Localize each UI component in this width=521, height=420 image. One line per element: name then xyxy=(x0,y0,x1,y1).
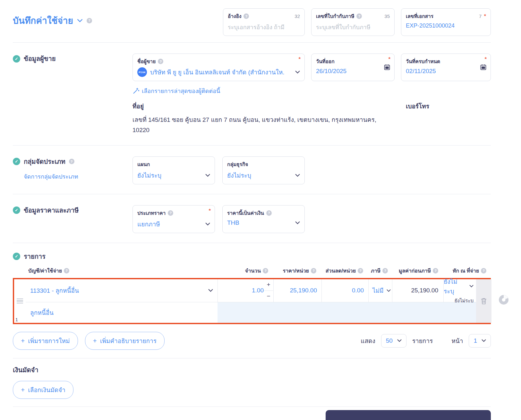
tax-chevron-down-icon[interactable] xyxy=(387,289,391,292)
manage-classification-link[interactable]: จัดการกลุ่มจัดประเภท xyxy=(24,172,132,181)
required-asterisk: * xyxy=(298,56,301,62)
tax-select[interactable]: ไม่มี xyxy=(368,279,392,302)
department-label: แผนก xyxy=(137,160,150,168)
discount-help-icon[interactable]: ? xyxy=(358,268,363,273)
item-row-highlighted: 1 113301 - ลูกหนี้อื่น 1.00 + − xyxy=(13,278,491,324)
business-group-label: กลุ่มธุรกิจ xyxy=(227,160,248,168)
items-actions: + เพิ่มรายการใหม่ + เพิ่มคำอธิบายรายการ … xyxy=(13,332,491,350)
account-chevron-down-icon[interactable] xyxy=(208,289,213,292)
unit-price-input[interactable]: 25,190.00 xyxy=(273,279,321,302)
withholding-select[interactable]: ยังไม่ระบุ ยังไม่ระบุ xyxy=(443,279,476,302)
quantity-help-icon[interactable]: ? xyxy=(263,268,268,273)
description-row-fill xyxy=(218,302,476,323)
price-type-select[interactable]: * ประเภทราคา ? แยกภาษี xyxy=(132,205,215,233)
price-type-help-icon[interactable]: ? xyxy=(168,210,173,216)
grand-total-box: จำนวนเงินทั้งสิ้น 25,190.00 บาท xyxy=(326,410,491,420)
seller-name-value[interactable]: บริษัท พี ยู ยู เอ็น อินเทลลิเจนท์ จำกัด… xyxy=(150,67,285,77)
pricing-check-icon: ✓ xyxy=(13,206,20,214)
document-no-label: เลขที่เอกสาร xyxy=(406,12,433,20)
address-value: เลขที่ 145/161 ซอย คู้บอน 27 แยก 7 ถนน ค… xyxy=(132,115,383,136)
page-select[interactable]: 1 xyxy=(469,334,491,348)
header: บันทึกค่าใช้จ่าย ? อ้างอิง ? 32 ระบุเอกส… xyxy=(13,8,491,36)
page-size-chevron-down-icon[interactable] xyxy=(397,339,402,342)
tax-invoice-no-help-icon[interactable]: ? xyxy=(356,13,362,19)
title-chevron-down-icon[interactable] xyxy=(77,19,83,22)
add-description-button[interactable]: + เพิ่มคำอธิบายรายการ xyxy=(85,332,165,350)
seller-section: ✓ ข้อมูลผู้ขาย * ชื่อผู้ขาย ? PΞΛK บริษั… xyxy=(13,49,491,139)
drag-handle-icon[interactable] xyxy=(17,297,23,305)
business-group-select[interactable]: กลุ่มธุรกิจ ยังไม่ระบุ xyxy=(222,156,305,184)
items-check-icon: ✓ xyxy=(13,253,20,260)
quantity-increase-button[interactable]: + xyxy=(264,279,273,291)
issue-date-field[interactable]: * วันที่ออก 26/10/2025 xyxy=(311,54,395,81)
tax-invoice-no-input[interactable]: ระบุเลขที่ใบกำกับภาษี xyxy=(316,22,390,32)
select-deposit-button[interactable]: + เลือกเงินมัดจำ xyxy=(13,381,73,399)
page-size-select[interactable]: 50 xyxy=(381,334,406,348)
due-date-field[interactable]: * วันที่ครบกำหนด 02/11/2025 xyxy=(401,54,491,81)
pricing-section: ✓ ข้อมูลราคาและภาษี * ประเภทราคา ? แยกภา… xyxy=(13,201,491,236)
item-description-input[interactable]: ลูกหนี้อื่น xyxy=(26,302,218,323)
add-item-button[interactable]: + เพิ่มรายการใหม่ xyxy=(13,332,78,350)
row-number: 1 xyxy=(15,317,18,322)
pre-tax-help-icon[interactable]: ? xyxy=(433,268,438,273)
calendar-icon[interactable] xyxy=(384,64,390,71)
price-type-chevron-down-icon[interactable] xyxy=(205,223,210,226)
reference-field[interactable]: อ้างอิง ? 32 ระบุเอกสารอ้างอิง ถ้ามี xyxy=(223,8,305,36)
seller-name-select[interactable]: * ชื่อผู้ขาย ? PΞΛK บริษัท พี ยู ยู เอ็น… xyxy=(132,54,305,81)
pricing-section-title: ข้อมูลราคาและภาษี xyxy=(24,205,79,215)
divider xyxy=(13,145,491,146)
quantity-input[interactable]: 1.00 + − xyxy=(218,279,273,302)
address-label: ที่อยู่ xyxy=(132,101,144,111)
required-asterisk: * xyxy=(388,56,390,62)
withholding-chevron-down-icon[interactable] xyxy=(469,285,474,288)
tax-invoice-no-field[interactable]: เลขที่ใบกำกับภาษี ? 35 ระบุเลขที่ใบกำกับ… xyxy=(311,8,395,36)
plus-icon: + xyxy=(21,337,25,345)
column-withholding: หัก ณ ที่จ่าย xyxy=(453,267,479,275)
page-title-wrap: บันทึกค่าใช้จ่าย ? xyxy=(13,13,92,28)
department-value[interactable]: ยังไม่ระบุ xyxy=(137,171,161,180)
due-date-value[interactable]: 02/11/2025 xyxy=(406,68,486,75)
unit-price-help-icon[interactable]: ? xyxy=(311,268,316,273)
calendar-icon[interactable] xyxy=(480,64,486,71)
withholding-help-icon[interactable]: ? xyxy=(481,268,486,273)
document-no-field[interactable]: เลขที่เอกสาร 7 * EXP-20251000024 xyxy=(401,8,491,36)
account-help-icon[interactable]: ? xyxy=(64,268,69,273)
quantity-stepper[interactable]: + − xyxy=(264,279,273,302)
column-tax: ภาษี xyxy=(371,267,380,275)
discount-input[interactable]: 0.00 xyxy=(321,279,368,302)
row-drag-handle[interactable]: 1 xyxy=(14,279,26,323)
summary-section: สรุปข้อมูล ส่วนลดรวม ? 0.00 บาท มูลค่าไม… xyxy=(13,410,491,420)
header-fields: อ้างอิง ? 32 ระบุเอกสารอ้างอิง ถ้ามี เลข… xyxy=(223,8,491,36)
required-asterisk: * xyxy=(484,13,486,19)
currency-select[interactable]: ราคานี้เป็นค่าเงิน ? THB xyxy=(222,205,305,233)
tax-invoice-no-char-count: 35 xyxy=(384,13,390,19)
seller-name-help-icon[interactable]: ? xyxy=(158,59,163,64)
delete-row-button[interactable] xyxy=(476,279,491,323)
issue-date-value[interactable]: 26/10/2025 xyxy=(316,68,390,75)
seller-section-title: ข้อมูลผู้ขาย xyxy=(24,54,56,64)
pie-chart-widget-icon[interactable] xyxy=(499,295,509,306)
business-group-chevron-down-icon[interactable] xyxy=(295,174,300,177)
page-chevron-down-icon[interactable] xyxy=(482,339,486,342)
reference-help-icon[interactable]: ? xyxy=(243,13,249,19)
business-group-value[interactable]: ยังไม่ระบุ xyxy=(227,171,251,180)
title-help-icon[interactable]: ? xyxy=(87,18,92,23)
trash-icon[interactable] xyxy=(481,298,487,305)
column-discount: ส่วนลด/หน่วย xyxy=(326,267,356,275)
department-chevron-down-icon[interactable] xyxy=(205,174,210,177)
seller-name-chevron-down-icon[interactable] xyxy=(295,71,300,74)
currency-value[interactable]: THB xyxy=(227,219,239,226)
price-type-value[interactable]: แยกภาษี xyxy=(137,219,160,229)
tax-help-icon[interactable]: ? xyxy=(382,268,388,273)
currency-chevron-down-icon[interactable] xyxy=(295,221,300,224)
issue-date-label: วันที่ออก xyxy=(316,57,335,65)
quantity-decrease-button[interactable]: − xyxy=(264,291,273,302)
reference-input[interactable]: ระบุเอกสารอ้างอิง ถ้ามี xyxy=(228,22,300,32)
account-select[interactable]: 113301 - ลูกหนี้อื่น xyxy=(26,279,218,302)
currency-help-icon[interactable]: ? xyxy=(266,210,272,216)
currency-label: ราคานี้เป็นค่าเงิน xyxy=(227,209,264,217)
classification-help-icon[interactable]: ? xyxy=(69,159,74,164)
document-no-value[interactable]: EXP-20251000024 xyxy=(406,22,486,29)
department-select[interactable]: แผนก ยังไม่ระบุ xyxy=(132,156,215,184)
recent-items-link[interactable]: เลือกรายการล่าสุดของผู้ติดต่อนี้ xyxy=(132,86,220,96)
